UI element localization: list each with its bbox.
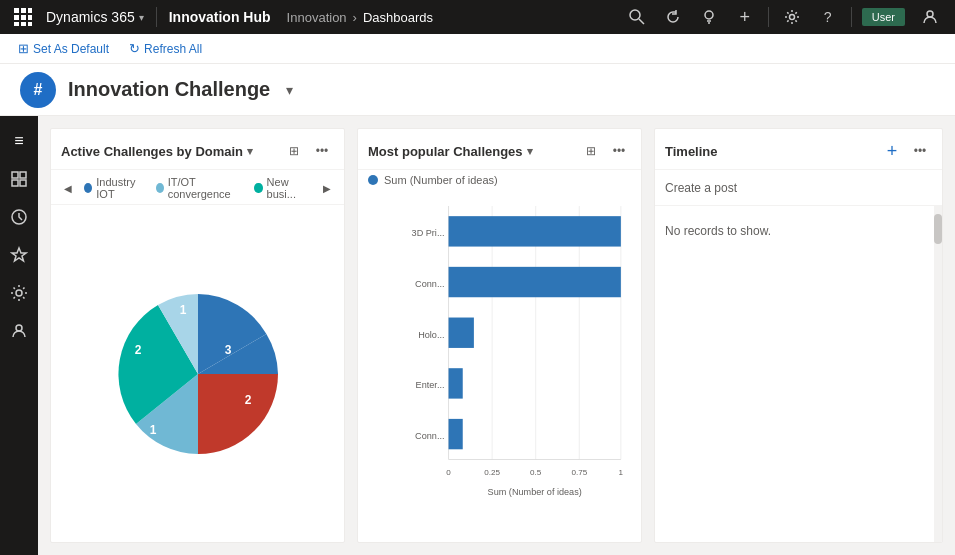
card-timeline-more[interactable]: ••• — [908, 139, 932, 163]
scrollbar-thumb[interactable] — [934, 214, 942, 244]
refresh-all-label: Refresh All — [144, 42, 202, 56]
grid-icon[interactable] — [8, 0, 38, 34]
pie-label-4: 2 — [134, 343, 141, 357]
card-timeline-title: Timeline — [665, 144, 880, 159]
card-popular-challenges: Most popular Challenges ▾ ⊞ ••• Sum (Num… — [357, 128, 642, 543]
card-right-actions: + ••• — [880, 139, 932, 163]
sidebar-recent[interactable] — [2, 200, 36, 234]
x-tick-1: 0.25 — [484, 468, 500, 477]
bar-chart-area: Name — [358, 190, 641, 542]
dynamics-nav[interactable]: Dynamics 365 ▾ — [38, 9, 152, 25]
pie-slice-2 — [198, 374, 278, 454]
nav-right: + ? User — [620, 0, 947, 34]
nav-divider2 — [768, 7, 769, 27]
svg-rect-16 — [12, 180, 18, 186]
breadcrumb-arrow: › — [353, 10, 357, 25]
x-tick-3: 0.75 — [571, 468, 587, 477]
sidebar-users[interactable] — [2, 314, 36, 348]
card-popular-chevron[interactable]: ▾ — [527, 145, 533, 158]
svg-rect-4 — [21, 15, 26, 20]
legend-label-1: Industry IOT — [96, 176, 145, 200]
user-avatar[interactable]: User — [862, 8, 905, 26]
lightbulb-icon[interactable] — [692, 0, 726, 34]
x-tick-4: 1 — [619, 468, 624, 477]
card-timeline: Timeline + ••• Create a post No records … — [654, 128, 943, 543]
x-tick-2: 0.5 — [530, 468, 542, 477]
pie-label-5: 1 — [179, 303, 186, 317]
legend-item-2: IT/OT convergence — [156, 176, 245, 200]
breadcrumb: Innovation › Dashboards — [279, 10, 620, 25]
svg-rect-6 — [14, 22, 19, 26]
bar-legend-label: Sum (Number of ideas) — [384, 174, 498, 186]
user-icon[interactable] — [913, 0, 947, 34]
svg-rect-15 — [20, 172, 26, 178]
card-timeline-add[interactable]: + — [880, 139, 904, 163]
svg-rect-3 — [14, 15, 19, 20]
set-default-button[interactable]: ⊞ Set As Default — [12, 37, 115, 60]
card-timeline-header: Timeline + ••• — [655, 129, 942, 170]
bar-legend-dot — [368, 175, 378, 185]
bar-label-1: 3D Pri... — [412, 228, 445, 238]
card-middle-actions: ⊞ ••• — [579, 139, 631, 163]
chart-left-legend: ◀ Industry IOT IT/OT convergence New bus… — [51, 170, 344, 205]
question-icon[interactable]: ? — [811, 0, 845, 34]
card-left-expand[interactable]: ⊞ — [282, 139, 306, 163]
page-icon-symbol: # — [34, 81, 43, 99]
plus-icon[interactable]: + — [728, 0, 762, 34]
nav-divider — [156, 7, 157, 27]
sidebar-home[interactable] — [2, 162, 36, 196]
svg-point-12 — [789, 15, 794, 20]
breadcrumb-section: Innovation — [287, 10, 347, 25]
card-popular-title: Most popular Challenges ▾ — [368, 144, 579, 159]
svg-rect-8 — [28, 22, 32, 26]
bar-chart: Name — [408, 194, 631, 512]
legend-dot-2 — [156, 183, 164, 193]
bar-legend: Sum (Number of ideas) — [358, 170, 641, 190]
legend-label-2: IT/OT convergence — [168, 176, 245, 200]
svg-rect-17 — [20, 180, 26, 186]
svg-point-13 — [927, 11, 933, 17]
create-post-label[interactable]: Create a post — [665, 177, 737, 199]
card-active-challenges: Active Challenges by Domain ▾ ⊞ ••• ◀ In… — [50, 128, 345, 543]
legend-prev[interactable]: ◀ — [61, 180, 74, 196]
svg-point-19 — [16, 290, 22, 296]
gear-icon[interactable] — [775, 0, 809, 34]
pie-label-1: 3 — [224, 343, 231, 357]
search-icon[interactable] — [620, 0, 654, 34]
svg-point-11 — [705, 11, 713, 19]
card-left-more[interactable]: ••• — [310, 139, 334, 163]
sidebar-pinned[interactable] — [2, 238, 36, 272]
card-middle-expand[interactable]: ⊞ — [579, 139, 603, 163]
x-tick-0: 0 — [446, 468, 451, 477]
pie-chart: 3 2 1 2 1 — [98, 274, 298, 474]
legend-label-3: New busi... — [267, 176, 311, 200]
card-popular-header: Most popular Challenges ▾ ⊞ ••• — [358, 129, 641, 170]
pie-label-3: 1 — [149, 423, 156, 437]
card-middle-more[interactable]: ••• — [607, 139, 631, 163]
dynamics-label: Dynamics 365 — [46, 9, 135, 25]
card-active-challenges-chevron[interactable]: ▾ — [247, 145, 253, 158]
page-title: Innovation Challenge — [68, 78, 270, 101]
pie-label-2: 2 — [244, 393, 251, 407]
create-post-area: Create a post — [655, 170, 942, 206]
legend-item-1: Industry IOT — [84, 176, 145, 200]
svg-rect-2 — [28, 8, 32, 13]
sidebar-hamburger[interactable]: ≡ — [2, 124, 36, 158]
bar-3 — [449, 318, 474, 348]
bar-label-3: Holo... — [418, 330, 444, 340]
bar-4 — [449, 368, 463, 398]
scrollbar-track[interactable] — [934, 206, 942, 542]
refresh-all-icon: ↻ — [129, 41, 140, 56]
set-default-label: Set As Default — [33, 42, 109, 56]
legend-next[interactable]: ▶ — [321, 180, 334, 196]
page-title-chevron[interactable]: ▾ — [286, 82, 293, 98]
sidebar-settings[interactable] — [2, 276, 36, 310]
nav-divider3 — [851, 7, 852, 27]
legend-dot-1 — [84, 183, 92, 193]
sidebar: ≡ — [0, 116, 38, 555]
bar-label-4: Enter... — [416, 380, 445, 390]
refresh-all-button[interactable]: ↻ Refresh All — [123, 37, 208, 60]
breadcrumb-page: Dashboards — [363, 10, 433, 25]
svg-point-9 — [630, 10, 640, 20]
refresh-icon[interactable] — [656, 0, 690, 34]
